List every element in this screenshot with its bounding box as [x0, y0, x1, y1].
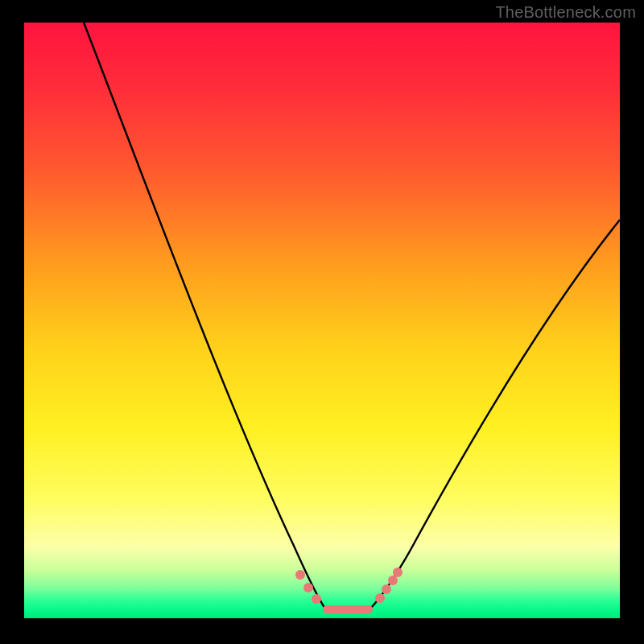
bottleneck-curve: [24, 23, 620, 618]
curve-left-branch: [84, 23, 325, 609]
valley-marker-left-1: [295, 570, 305, 580]
outer-black-frame: TheBottleneck.com: [0, 0, 644, 644]
plot-area: [24, 23, 620, 618]
valley-marker-left-2: [303, 583, 313, 592]
valley-marker-left-3: [312, 594, 321, 604]
valley-marker-right-3: [388, 576, 398, 585]
valley-marker-right-4: [393, 568, 402, 577]
curve-right-branch: [370, 220, 620, 609]
watermark-text: TheBottleneck.com: [495, 3, 636, 22]
valley-marker-right-2: [382, 584, 391, 594]
valley-marker-right-1: [375, 593, 385, 603]
